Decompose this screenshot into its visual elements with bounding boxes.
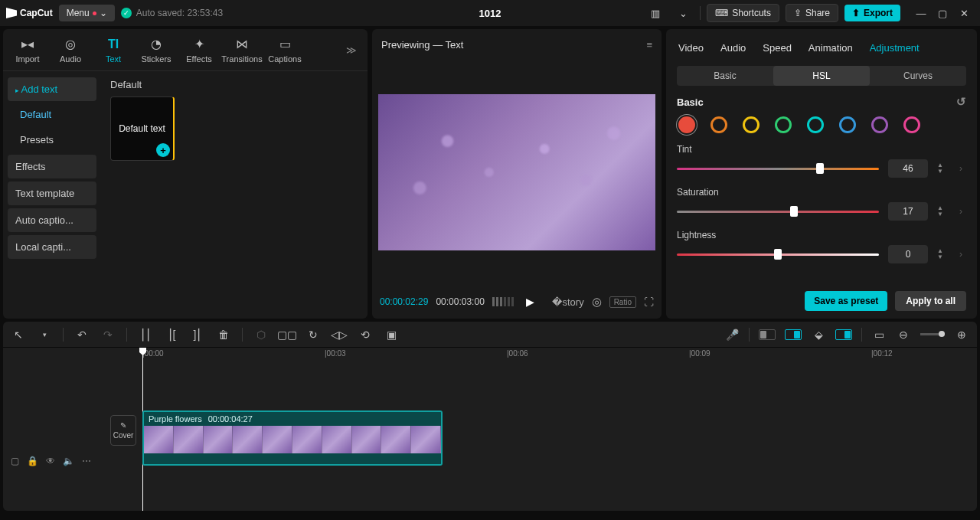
split-left-icon[interactable]: ⎮[ xyxy=(164,327,179,342)
ribbon-audio[interactable]: ◎Audio xyxy=(49,37,92,64)
subtab-basic[interactable]: Basic xyxy=(677,66,773,86)
reverse-icon[interactable]: ↻ xyxy=(305,327,321,342)
maximize-button[interactable]: ▢ xyxy=(933,4,952,22)
saturation-value[interactable]: 17 xyxy=(888,202,928,221)
keyframe-icon[interactable]: › xyxy=(956,249,966,260)
apply-all-button[interactable]: Apply to all xyxy=(895,291,966,311)
reset-icon[interactable]: ↺ xyxy=(956,95,966,109)
saturation-stepper[interactable]: ▲▼ xyxy=(937,205,946,217)
add-icon[interactable]: + xyxy=(156,143,170,157)
tab-speed[interactable]: Speed xyxy=(763,42,792,54)
swatch-orange[interactable] xyxy=(710,116,727,133)
play-button[interactable]: ▶ xyxy=(526,296,534,308)
slider-thumb[interactable] xyxy=(774,249,782,260)
swatch-green[interactable] xyxy=(775,116,792,133)
compare-icon[interactable] xyxy=(492,297,514,306)
ribbon-import[interactable]: ▸◂Import xyxy=(6,37,49,64)
slider-thumb[interactable] xyxy=(816,163,824,174)
ribbon-transitions[interactable]: ⋈Transitions xyxy=(220,37,263,64)
delete-icon[interactable]: 🗑 xyxy=(216,327,231,342)
ribbon-effects[interactable]: ✦Effects xyxy=(178,37,220,64)
ribbon-captions[interactable]: ▭Captions xyxy=(263,37,306,64)
crop-icon[interactable]: ▣ xyxy=(384,327,399,342)
tab-video[interactable]: Video xyxy=(678,42,704,54)
ratio-button[interactable]: Ratio xyxy=(609,296,636,308)
redo-icon[interactable]: ↷ xyxy=(100,327,116,342)
category-local-captions[interactable]: Local capti... xyxy=(8,235,96,259)
swatch-yellow[interactable] xyxy=(743,116,760,133)
crop-frame-icon[interactable]: ◎ xyxy=(592,295,602,309)
collapse-icon[interactable]: ▢ xyxy=(11,456,19,466)
preview-menu-icon[interactable]: ≡ xyxy=(646,39,652,51)
ribbon-stickers[interactable]: ◔Stickers xyxy=(135,37,178,64)
eye-icon[interactable]: 👁 xyxy=(46,456,55,466)
fullscreen-icon[interactable]: ⛶ xyxy=(644,296,654,308)
undo-icon[interactable]: ↶ xyxy=(74,327,90,342)
minimize-button[interactable]: — xyxy=(911,4,931,22)
layout-dropdown-icon[interactable]: ⌄ xyxy=(672,4,694,22)
tab-animation[interactable]: Animation xyxy=(808,42,853,54)
category-effects[interactable]: Effects xyxy=(8,155,96,178)
mute-icon[interactable]: 🔈 xyxy=(63,456,74,466)
swatch-red[interactable] xyxy=(678,116,695,133)
keyframe-icon[interactable]: › xyxy=(956,206,966,217)
toggle-2[interactable] xyxy=(785,329,802,340)
swatch-cyan[interactable] xyxy=(807,116,824,133)
saturation-slider[interactable] xyxy=(677,211,879,213)
split-icon[interactable]: ⎮⎮ xyxy=(138,327,153,342)
subcategory-default[interactable]: Default xyxy=(8,103,96,126)
time-ruler[interactable]: |00:00 |00:03 |00:06 |00:09 |00:12 xyxy=(106,348,977,361)
mic-icon[interactable]: 🎤 xyxy=(724,327,740,342)
swatch-magenta[interactable] xyxy=(903,116,920,133)
more-icon[interactable]: ⋯ xyxy=(82,456,91,466)
category-auto-captions[interactable]: Auto captio... xyxy=(8,208,96,232)
tint-stepper[interactable]: ▲▼ xyxy=(937,162,946,175)
lock-icon[interactable]: 🔒 xyxy=(27,456,38,466)
rotate-icon[interactable]: ⟲ xyxy=(358,327,373,342)
tab-audio[interactable]: Audio xyxy=(720,42,746,54)
mirror-icon[interactable]: ◁▷ xyxy=(332,327,347,342)
swatch-purple[interactable] xyxy=(871,116,888,133)
mark-icon[interactable]: ⬡ xyxy=(253,327,269,342)
tab-adjustment[interactable]: Adjustment xyxy=(870,42,920,54)
tool-dropdown-icon[interactable]: ▾ xyxy=(37,327,52,342)
video-clip[interactable]: Purple flowers 00:00:04:27 xyxy=(142,410,443,466)
preview-canvas[interactable] xyxy=(372,60,662,285)
keyframe-icon[interactable]: › xyxy=(956,163,966,174)
toggle-3[interactable] xyxy=(835,329,852,340)
selection-tool-icon[interactable]: ↖ xyxy=(11,327,26,342)
slider-thumb[interactable] xyxy=(790,206,798,217)
cover-button[interactable]: ✎ Cover xyxy=(110,415,136,446)
ribbon-more-icon[interactable]: ≫ xyxy=(346,44,364,56)
default-text-thumbnail[interactable]: Default text + xyxy=(110,96,175,161)
close-button[interactable]: ✕ xyxy=(954,4,974,22)
tint-value[interactable]: 46 xyxy=(888,159,928,178)
preview-mode-icon[interactable]: ▭ xyxy=(871,327,887,342)
shortcuts-button[interactable]: ⌨ Shortcuts xyxy=(707,4,779,22)
lightness-value[interactable]: 0 xyxy=(888,245,928,263)
share-button[interactable]: ⇪ Share xyxy=(786,4,838,22)
link-icon[interactable]: ⬙ xyxy=(811,327,826,342)
swatch-blue[interactable] xyxy=(839,116,856,133)
timeline-tracks[interactable]: |00:00 |00:03 |00:06 |00:09 |00:12 ✎ Cov… xyxy=(106,348,977,511)
menu-button[interactable]: Menu ⌄ xyxy=(59,5,115,21)
toggle-1[interactable] xyxy=(759,329,776,340)
zoom-out-icon[interactable]: ⊖ xyxy=(896,327,911,342)
layout-icon[interactable]: ▥ xyxy=(645,4,666,22)
save-preset-button[interactable]: Save as preset xyxy=(805,291,887,311)
subtab-hsl[interactable]: HSL xyxy=(773,66,870,86)
lightness-stepper[interactable]: ▲▼ xyxy=(937,248,946,260)
subcategory-presets[interactable]: Presets xyxy=(8,128,96,152)
category-text-template[interactable]: Text template xyxy=(8,182,96,205)
zoom-slider[interactable] xyxy=(920,333,945,335)
ribbon-text[interactable]: TIText xyxy=(92,37,135,64)
export-button[interactable]: ⬆ Export xyxy=(844,5,900,21)
add-text-category[interactable]: ▸ Add text xyxy=(8,77,96,101)
zoom-in-icon[interactable]: ⊕ xyxy=(954,327,969,342)
subtab-curves[interactable]: Curves xyxy=(870,66,966,86)
focus-icon[interactable]: �story xyxy=(552,296,583,308)
tint-slider[interactable] xyxy=(677,168,879,170)
frame-icon[interactable]: ▢▢ xyxy=(279,327,295,342)
lightness-slider[interactable] xyxy=(677,253,879,256)
split-right-icon[interactable]: ]⎮ xyxy=(190,327,205,342)
